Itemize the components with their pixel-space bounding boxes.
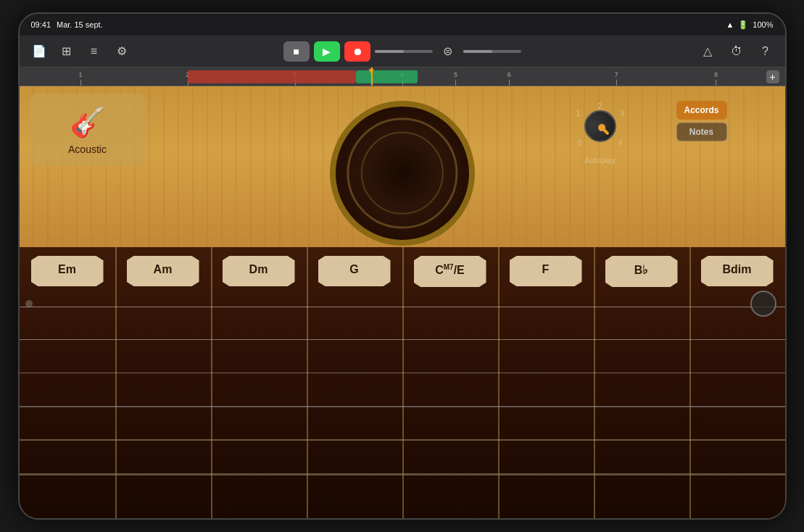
toolbar-right: △ ⏱ ? bbox=[527, 41, 776, 62]
play-icon: ▶ bbox=[323, 46, 331, 57]
wifi-icon: ▲ bbox=[726, 20, 734, 29]
timeline-region-green[interactable] bbox=[356, 70, 417, 83]
tracks-view-button[interactable]: ⊞ bbox=[56, 41, 78, 62]
knob-indicator bbox=[597, 122, 607, 133]
mode-toggle: Accords Notes bbox=[676, 101, 727, 141]
chord-cm7e-wrapper: CM7/E bbox=[402, 256, 498, 287]
guitar-icon: 🎸 bbox=[70, 105, 106, 139]
chord-g-wrapper: G bbox=[307, 256, 402, 286]
tracks-icon: ⊞ bbox=[62, 44, 71, 58]
knob-label-4: 4 bbox=[618, 139, 623, 147]
settings-icon: ⊜ bbox=[443, 44, 452, 58]
chord-am-wrapper: Am bbox=[115, 256, 211, 286]
toolbar-center: ■ ▶ ⏺ ⊜ bbox=[283, 41, 521, 62]
metronome-icon: △ bbox=[703, 44, 712, 58]
chord-button-bdim[interactable]: Bdim bbox=[701, 256, 774, 286]
notes-button[interactable]: Notes bbox=[676, 122, 727, 141]
battery-percent: 100% bbox=[753, 20, 773, 29]
list-icon: ≡ bbox=[91, 45, 97, 58]
chord-bb-wrapper: B♭ bbox=[594, 256, 689, 287]
new-song-icon: 📄 bbox=[32, 44, 46, 58]
timeline[interactable]: 1 2 3 4 5 6 7 8 + bbox=[20, 67, 785, 86]
knob-label-3: 3 bbox=[620, 109, 624, 117]
time-button[interactable]: ⏱ bbox=[726, 41, 747, 62]
stop-button[interactable]: ■ bbox=[283, 41, 310, 62]
toolbar-left: 📄 ⊞ ≡ ⚙ bbox=[28, 41, 278, 62]
help-button[interactable]: ? bbox=[755, 41, 776, 62]
instrument-name: Acoustic bbox=[68, 144, 107, 155]
guitar-area: Em Am Dm G CM7/E F B♭ Bdim bbox=[20, 86, 785, 520]
instrument-panel[interactable]: 🎸 Acoustic bbox=[30, 93, 146, 166]
time-display: 09:41 bbox=[31, 20, 51, 29]
soundhole-circle bbox=[330, 101, 475, 246]
chord-button-cm7e[interactable]: CM7/E bbox=[414, 256, 486, 287]
autoplay-panel: 0 1 2 3 4 Autoplay bbox=[575, 101, 626, 165]
volume-slider[interactable] bbox=[463, 50, 521, 53]
record-icon: ⏺ bbox=[352, 46, 362, 57]
knob-label-1: 1 bbox=[576, 109, 581, 117]
metronome-button[interactable]: △ bbox=[697, 41, 718, 62]
playhead bbox=[371, 67, 373, 86]
chord-buttons-container: Em Am Dm G CM7/E F B♭ Bdim bbox=[20, 247, 785, 520]
list-view-button[interactable]: ≡ bbox=[83, 41, 105, 62]
chord-button-g[interactable]: G bbox=[318, 256, 391, 286]
tempo-slider[interactable] bbox=[375, 50, 433, 53]
home-button[interactable] bbox=[750, 291, 776, 317]
autoplay-knob[interactable] bbox=[577, 104, 622, 149]
toolbar: 📄 ⊞ ≡ ⚙ ■ ▶ ⏺ ⊜ bbox=[20, 36, 785, 67]
chord-button-em[interactable]: Em bbox=[31, 256, 104, 286]
autoplay-knob-container: 0 1 2 3 4 bbox=[575, 101, 626, 151]
left-dot bbox=[25, 300, 33, 307]
timeline-region-red[interactable] bbox=[188, 70, 356, 83]
chord-button-am[interactable]: Am bbox=[127, 256, 199, 286]
chord-dm-wrapper: Dm bbox=[211, 256, 307, 286]
guitar-soundhole bbox=[308, 101, 497, 246]
chord-bdim-wrapper: Bdim bbox=[689, 256, 785, 286]
chord-f-wrapper: F bbox=[498, 256, 594, 286]
device-frame: 09:41 Mar. 15 sept. ▲ 🔋 100% 📄 ⊞ ≡ ⚙ bbox=[18, 12, 787, 520]
status-left: 09:41 Mar. 15 sept. bbox=[31, 20, 103, 29]
knob-label-0: 0 bbox=[578, 139, 582, 147]
chord-button-f[interactable]: F bbox=[510, 256, 582, 286]
accords-button[interactable]: Accords bbox=[676, 101, 727, 120]
help-icon: ? bbox=[762, 45, 768, 58]
chord-button-dm[interactable]: Dm bbox=[223, 256, 295, 286]
stop-icon: ■ bbox=[293, 46, 299, 57]
mixer-button[interactable]: ⚙ bbox=[111, 41, 133, 62]
chord-em-wrapper: Em bbox=[20, 256, 115, 286]
record-button[interactable]: ⏺ bbox=[344, 41, 370, 62]
status-bar: 09:41 Mar. 15 sept. ▲ 🔋 100% bbox=[20, 14, 785, 36]
autoplay-label: Autoplay bbox=[584, 156, 616, 165]
date-display: Mar. 15 sept. bbox=[57, 20, 103, 29]
add-track-button[interactable]: + bbox=[766, 70, 779, 83]
knob-label-2: 2 bbox=[598, 102, 602, 110]
mixer-icon: ⚙ bbox=[117, 44, 127, 58]
chord-button-bb[interactable]: B♭ bbox=[605, 256, 678, 287]
play-button[interactable]: ▶ bbox=[314, 41, 340, 62]
battery-icon: 🔋 bbox=[738, 20, 748, 30]
settings-button[interactable]: ⊜ bbox=[437, 41, 459, 62]
new-song-button[interactable]: 📄 bbox=[28, 41, 50, 62]
status-right: ▲ 🔋 100% bbox=[726, 20, 773, 30]
time-icon: ⏱ bbox=[731, 45, 742, 58]
